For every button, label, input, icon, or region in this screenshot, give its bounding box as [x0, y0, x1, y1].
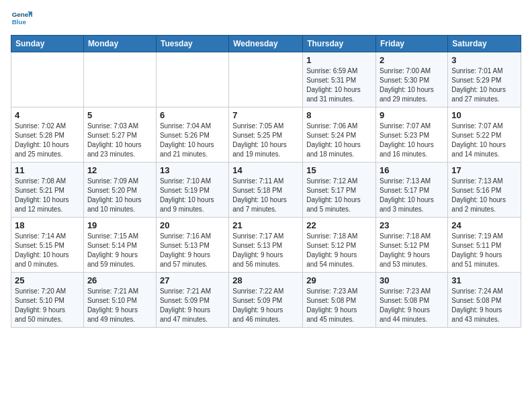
- cell-info-text: Sunrise: 7:11 AM Sunset: 5:18 PM Dayligh…: [232, 177, 299, 214]
- cell-info-text: Sunrise: 7:07 AM Sunset: 5:22 PM Dayligh…: [451, 122, 517, 159]
- week-row-3: 11Sunrise: 7:08 AM Sunset: 5:21 PM Dayli…: [11, 163, 521, 218]
- cell-info-text: Sunrise: 7:17 AM Sunset: 5:13 PM Dayligh…: [232, 232, 299, 269]
- cell-info-text: Sunrise: 7:05 AM Sunset: 5:25 PM Dayligh…: [232, 122, 299, 159]
- cell-date-number: 25: [15, 275, 80, 285]
- header: General Blue: [11, 8, 521, 30]
- calendar-cell: 4Sunrise: 7:02 AM Sunset: 5:28 PM Daylig…: [11, 107, 84, 163]
- cell-date-number: 5: [87, 110, 152, 120]
- cell-date-number: 3: [451, 55, 517, 65]
- calendar-cell: 15Sunrise: 7:12 AM Sunset: 5:17 PM Dayli…: [303, 163, 376, 218]
- weekday-header-row: SundayMondayTuesdayWednesdayThursdayFrid…: [11, 36, 521, 52]
- cell-date-number: 12: [87, 165, 152, 175]
- calendar-cell: 18Sunrise: 7:14 AM Sunset: 5:15 PM Dayli…: [11, 218, 84, 273]
- page: General Blue SundayMondayTuesdayWednesda…: [0, 0, 532, 338]
- calendar-cell: [11, 52, 84, 107]
- calendar-cell: 8Sunrise: 7:06 AM Sunset: 5:24 PM Daylig…: [303, 107, 376, 163]
- cell-info-text: Sunrise: 7:02 AM Sunset: 5:28 PM Dayligh…: [15, 122, 80, 159]
- cell-date-number: 7: [232, 110, 299, 120]
- calendar-cell: 10Sunrise: 7:07 AM Sunset: 5:22 PM Dayli…: [448, 107, 521, 163]
- week-row-5: 25Sunrise: 7:20 AM Sunset: 5:10 PM Dayli…: [11, 273, 521, 328]
- cell-info-text: Sunrise: 7:10 AM Sunset: 5:19 PM Dayligh…: [160, 177, 225, 214]
- logo: General Blue: [11, 8, 35, 30]
- cell-date-number: 26: [87, 275, 152, 285]
- cell-date-number: 30: [380, 275, 444, 285]
- svg-text:Blue: Blue: [12, 18, 27, 26]
- calendar-cell: 9Sunrise: 7:07 AM Sunset: 5:23 PM Daylig…: [376, 107, 448, 163]
- cell-date-number: 18: [15, 220, 80, 230]
- weekday-header-friday: Friday: [376, 36, 448, 52]
- calendar-cell: 22Sunrise: 7:18 AM Sunset: 5:12 PM Dayli…: [303, 218, 376, 273]
- calendar-cell: 27Sunrise: 7:21 AM Sunset: 5:09 PM Dayli…: [156, 273, 228, 328]
- cell-info-text: Sunrise: 7:14 AM Sunset: 5:15 PM Dayligh…: [15, 232, 80, 269]
- calendar-cell: 16Sunrise: 7:13 AM Sunset: 5:17 PM Dayli…: [376, 163, 448, 218]
- cell-date-number: 21: [232, 220, 299, 230]
- calendar-cell: 11Sunrise: 7:08 AM Sunset: 5:21 PM Dayli…: [11, 163, 84, 218]
- calendar-cell: 31Sunrise: 7:24 AM Sunset: 5:08 PM Dayli…: [448, 273, 521, 328]
- weekday-header-thursday: Thursday: [303, 36, 376, 52]
- cell-date-number: 29: [306, 275, 372, 285]
- calendar-cell: 7Sunrise: 7:05 AM Sunset: 5:25 PM Daylig…: [229, 107, 303, 163]
- cell-info-text: Sunrise: 7:22 AM Sunset: 5:09 PM Dayligh…: [232, 287, 299, 324]
- calendar-cell: 2Sunrise: 7:00 AM Sunset: 5:30 PM Daylig…: [376, 52, 448, 107]
- calendar-cell: 21Sunrise: 7:17 AM Sunset: 5:13 PM Dayli…: [229, 218, 303, 273]
- cell-info-text: Sunrise: 7:18 AM Sunset: 5:12 PM Dayligh…: [306, 232, 372, 269]
- cell-date-number: 4: [15, 110, 80, 120]
- cell-date-number: 1: [306, 55, 372, 65]
- weekday-header-tuesday: Tuesday: [156, 36, 228, 52]
- calendar-cell: 17Sunrise: 7:13 AM Sunset: 5:16 PM Dayli…: [448, 163, 521, 218]
- cell-date-number: 15: [306, 165, 372, 175]
- calendar-cell: 12Sunrise: 7:09 AM Sunset: 5:20 PM Dayli…: [83, 163, 156, 218]
- calendar-cell: [156, 52, 228, 107]
- cell-date-number: 28: [232, 275, 299, 285]
- cell-info-text: Sunrise: 7:21 AM Sunset: 5:10 PM Dayligh…: [87, 287, 152, 324]
- weekday-header-sunday: Sunday: [11, 36, 84, 52]
- cell-info-text: Sunrise: 7:13 AM Sunset: 5:17 PM Dayligh…: [380, 177, 444, 214]
- calendar-cell: 19Sunrise: 7:15 AM Sunset: 5:14 PM Dayli…: [83, 218, 156, 273]
- calendar-cell: 24Sunrise: 7:19 AM Sunset: 5:11 PM Dayli…: [448, 218, 521, 273]
- calendar-cell: 13Sunrise: 7:10 AM Sunset: 5:19 PM Dayli…: [156, 163, 228, 218]
- cell-info-text: Sunrise: 7:23 AM Sunset: 5:08 PM Dayligh…: [380, 287, 444, 324]
- calendar-cell: 3Sunrise: 7:01 AM Sunset: 5:29 PM Daylig…: [448, 52, 521, 107]
- cell-date-number: 24: [451, 220, 517, 230]
- cell-info-text: Sunrise: 7:18 AM Sunset: 5:12 PM Dayligh…: [380, 232, 444, 269]
- cell-info-text: Sunrise: 7:23 AM Sunset: 5:08 PM Dayligh…: [306, 287, 372, 324]
- calendar-cell: 30Sunrise: 7:23 AM Sunset: 5:08 PM Dayli…: [376, 273, 448, 328]
- cell-date-number: 2: [380, 55, 444, 65]
- calendar-cell: 25Sunrise: 7:20 AM Sunset: 5:10 PM Dayli…: [11, 273, 84, 328]
- weekday-header-saturday: Saturday: [448, 36, 521, 52]
- cell-date-number: 20: [160, 220, 225, 230]
- calendar-cell: 6Sunrise: 7:04 AM Sunset: 5:26 PM Daylig…: [156, 107, 228, 163]
- cell-info-text: Sunrise: 7:24 AM Sunset: 5:08 PM Dayligh…: [451, 287, 517, 324]
- cell-date-number: 31: [451, 275, 517, 285]
- calendar-cell: 5Sunrise: 7:03 AM Sunset: 5:27 PM Daylig…: [83, 107, 156, 163]
- cell-info-text: Sunrise: 7:12 AM Sunset: 5:17 PM Dayligh…: [306, 177, 372, 214]
- calendar-cell: 28Sunrise: 7:22 AM Sunset: 5:09 PM Dayli…: [229, 273, 303, 328]
- calendar-cell: 20Sunrise: 7:16 AM Sunset: 5:13 PM Dayli…: [156, 218, 228, 273]
- cell-info-text: Sunrise: 7:03 AM Sunset: 5:27 PM Dayligh…: [87, 122, 152, 159]
- calendar-cell: 26Sunrise: 7:21 AM Sunset: 5:10 PM Dayli…: [83, 273, 156, 328]
- logo-icon: General Blue: [11, 8, 32, 30]
- cell-info-text: Sunrise: 6:59 AM Sunset: 5:31 PM Dayligh…: [306, 66, 372, 104]
- cell-date-number: 9: [380, 110, 444, 120]
- calendar-cell: 23Sunrise: 7:18 AM Sunset: 5:12 PM Dayli…: [376, 218, 448, 273]
- cell-info-text: Sunrise: 7:21 AM Sunset: 5:09 PM Dayligh…: [160, 287, 225, 324]
- calendar-cell: 29Sunrise: 7:23 AM Sunset: 5:08 PM Dayli…: [303, 273, 376, 328]
- cell-date-number: 16: [380, 165, 444, 175]
- calendar-cell: 14Sunrise: 7:11 AM Sunset: 5:18 PM Dayli…: [229, 163, 303, 218]
- weekday-header-wednesday: Wednesday: [229, 36, 303, 52]
- cell-date-number: 19: [87, 220, 152, 230]
- cell-info-text: Sunrise: 7:00 AM Sunset: 5:30 PM Dayligh…: [380, 66, 444, 104]
- cell-info-text: Sunrise: 7:01 AM Sunset: 5:29 PM Dayligh…: [451, 66, 517, 104]
- cell-date-number: 8: [306, 110, 372, 120]
- calendar-cell: 1Sunrise: 6:59 AM Sunset: 5:31 PM Daylig…: [303, 52, 376, 107]
- cell-info-text: Sunrise: 7:16 AM Sunset: 5:13 PM Dayligh…: [160, 232, 225, 269]
- week-row-4: 18Sunrise: 7:14 AM Sunset: 5:15 PM Dayli…: [11, 218, 521, 273]
- cell-date-number: 27: [160, 275, 225, 285]
- cell-info-text: Sunrise: 7:07 AM Sunset: 5:23 PM Dayligh…: [380, 122, 444, 159]
- cell-info-text: Sunrise: 7:15 AM Sunset: 5:14 PM Dayligh…: [87, 232, 152, 269]
- cell-info-text: Sunrise: 7:20 AM Sunset: 5:10 PM Dayligh…: [15, 287, 80, 324]
- cell-date-number: 13: [160, 165, 225, 175]
- calendar-table: SundayMondayTuesdayWednesdayThursdayFrid…: [11, 35, 521, 328]
- cell-info-text: Sunrise: 7:04 AM Sunset: 5:26 PM Dayligh…: [160, 122, 225, 159]
- cell-date-number: 10: [451, 110, 517, 120]
